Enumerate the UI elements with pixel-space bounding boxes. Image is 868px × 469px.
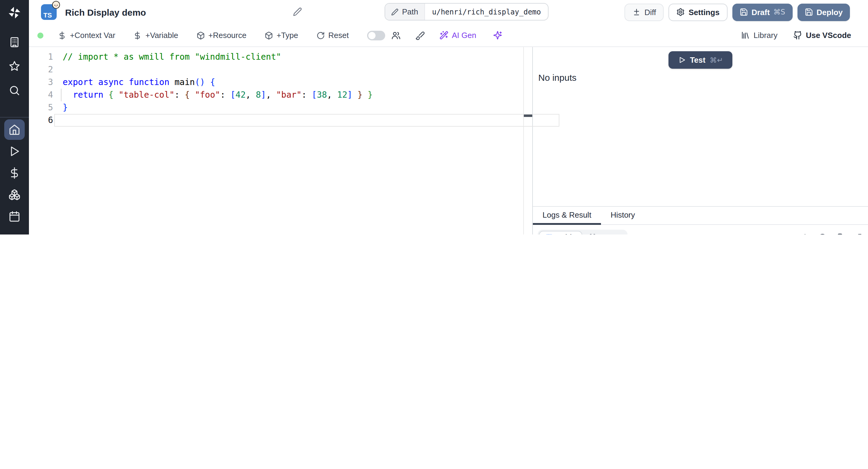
indent-guide bbox=[61, 89, 61, 101]
ai-gen-label: AI Gen bbox=[452, 31, 476, 40]
windmill-logo-icon[interactable] bbox=[8, 6, 21, 19]
users-icon[interactable] bbox=[391, 30, 401, 40]
edit-title-pencil-icon[interactable] bbox=[293, 7, 302, 16]
test-button[interactable]: Test ⌘↵ bbox=[669, 51, 733, 69]
line-number-gutter: 123456 bbox=[29, 51, 53, 234]
line-number: 1 bbox=[29, 51, 53, 63]
sidebar-item-search[interactable] bbox=[0, 79, 29, 102]
line-number: 2 bbox=[29, 63, 53, 76]
draft-button[interactable]: Draft ⌘S bbox=[732, 3, 792, 21]
code-line-6 bbox=[63, 114, 532, 127]
multiplayer-toggle[interactable] bbox=[367, 30, 385, 40]
package-icon bbox=[265, 31, 273, 39]
play-icon bbox=[8, 145, 21, 157]
sidebar-item-favorites[interactable] bbox=[0, 54, 29, 79]
view-toggle-row: Table JSON bbox=[538, 230, 868, 234]
sidebar-item-runs[interactable] bbox=[0, 140, 29, 162]
code-editor[interactable]: 123456 // import * as wmill from "windmi… bbox=[29, 47, 532, 234]
save-icon bbox=[739, 8, 748, 16]
page-title: Rich Display demo bbox=[65, 7, 146, 17]
editor-toolbar: +Context Var +Variable +Resource +Type R… bbox=[29, 24, 868, 47]
code-line-1: // import * as wmill from "windmill-clie… bbox=[63, 51, 532, 63]
sidebar-item-home[interactable] bbox=[0, 119, 29, 140]
boxes-icon bbox=[8, 189, 21, 201]
line-number: 3 bbox=[29, 76, 53, 89]
test-shortcut: ⌘↵ bbox=[710, 56, 723, 64]
format-brush-icon[interactable] bbox=[415, 30, 425, 40]
toolbar-right: Library Use VScode bbox=[741, 31, 868, 40]
add-type-label: +Type bbox=[277, 31, 299, 40]
library-icon bbox=[741, 31, 750, 40]
line-number: 4 bbox=[29, 89, 53, 101]
search-icon bbox=[8, 84, 21, 96]
overview-ruler-cursor-mark bbox=[524, 114, 532, 117]
github-cat-icon bbox=[793, 31, 802, 40]
add-resource-button[interactable]: +Resource bbox=[196, 31, 246, 40]
path-control[interactable]: Path u/henri/rich_display_demo bbox=[384, 3, 549, 21]
dollar-icon bbox=[58, 31, 66, 39]
add-context-var-label: +Context Var bbox=[70, 31, 116, 40]
home-icon bbox=[8, 124, 21, 136]
sidebar-item-resources[interactable] bbox=[0, 184, 29, 206]
refresh-icon bbox=[316, 31, 324, 39]
ai-gen-button[interactable]: AI Gen bbox=[439, 31, 476, 40]
typescript-badge-label: TS bbox=[43, 11, 52, 19]
sparkles-icon[interactable] bbox=[493, 31, 502, 40]
package-icon bbox=[196, 31, 205, 39]
info-icon[interactable] bbox=[818, 233, 827, 234]
status-dot bbox=[37, 32, 43, 38]
sidebar-divider bbox=[0, 117, 29, 118]
tab-history[interactable]: History bbox=[601, 207, 645, 224]
path-edit-button[interactable]: Path bbox=[385, 4, 425, 20]
sidebar-group-0 bbox=[0, 30, 29, 102]
library-button[interactable]: Library bbox=[741, 31, 778, 40]
use-vscode-button[interactable]: Use VScode bbox=[793, 31, 851, 40]
sidebar bbox=[0, 0, 29, 234]
add-type-button[interactable]: +Type bbox=[265, 31, 299, 40]
draft-label: Draft bbox=[751, 7, 770, 17]
view-mode-table[interactable]: Table bbox=[539, 231, 582, 234]
expand-icon[interactable] bbox=[853, 233, 862, 234]
result-action-icons bbox=[801, 233, 862, 234]
code-line-3: export async function main() { bbox=[63, 76, 532, 89]
save-icon bbox=[804, 8, 813, 16]
windmill-script-editor: TS Rich Display demo Path u/henri/rich_d… bbox=[0, 0, 868, 234]
download-icon[interactable] bbox=[801, 233, 809, 234]
sidebar-item-variables[interactable] bbox=[0, 162, 29, 184]
bun-runtime-icon bbox=[52, 1, 60, 9]
sidebar-item-schedules[interactable] bbox=[0, 206, 29, 227]
editor-scrollbar-rail[interactable] bbox=[523, 47, 532, 234]
draft-shortcut: ⌘S bbox=[773, 8, 785, 16]
reset-button[interactable]: Reset bbox=[316, 31, 349, 40]
view-mode-segmented-control: Table JSON bbox=[538, 230, 627, 234]
view-mode-json[interactable]: JSON bbox=[582, 231, 626, 234]
dollar-icon bbox=[8, 167, 21, 179]
path-value: u/henri/rich_display_demo bbox=[425, 7, 548, 16]
deploy-label: Deploy bbox=[816, 7, 843, 17]
library-label: Library bbox=[753, 31, 778, 40]
line-number: 6 bbox=[29, 114, 53, 127]
main-column: TS Rich Display demo Path u/henri/rich_d… bbox=[29, 0, 868, 234]
star-icon bbox=[8, 60, 21, 72]
building-icon bbox=[8, 36, 21, 48]
run-panel-top: Test ⌘↵ No inputs bbox=[533, 47, 868, 206]
result-body: Table JSON bbox=[533, 225, 868, 234]
tab-logs-result[interactable]: Logs & Result bbox=[533, 207, 601, 224]
diff-label: Diff bbox=[644, 7, 656, 17]
result-tabs: Logs & ResultHistory bbox=[533, 206, 868, 225]
add-variable-button[interactable]: +Variable bbox=[133, 31, 179, 40]
add-context-var-button[interactable]: +Context Var bbox=[58, 31, 116, 40]
code-content[interactable]: // import * as wmill from "windmill-clie… bbox=[53, 51, 532, 234]
code-line-5: } bbox=[63, 101, 532, 114]
sidebar-item-workspace[interactable] bbox=[0, 30, 29, 54]
code-line-4: return { "table-col": { "foo": [42, 8], … bbox=[63, 89, 532, 101]
code-line-2 bbox=[63, 63, 532, 76]
settings-button[interactable]: Settings bbox=[669, 3, 727, 21]
diff-button[interactable]: Diff bbox=[624, 3, 664, 21]
dollar-icon bbox=[133, 31, 142, 39]
deploy-button[interactable]: Deploy bbox=[797, 3, 850, 21]
clipboard-copy-icon[interactable] bbox=[835, 233, 844, 234]
settings-label: Settings bbox=[689, 7, 720, 17]
pencil-icon bbox=[391, 8, 398, 15]
header-bar: TS Rich Display demo Path u/henri/rich_d… bbox=[29, 0, 868, 24]
